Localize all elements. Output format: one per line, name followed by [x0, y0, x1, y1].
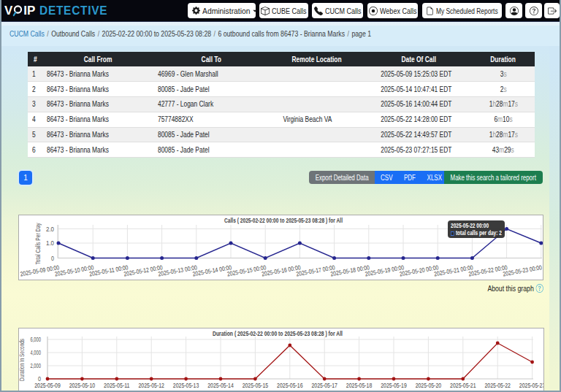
svg-text:6,000: 6,000	[31, 336, 42, 343]
svg-text:2025-05-17: 2025-05-17	[311, 382, 337, 389]
svg-text:2025-05-13: 2025-05-13	[173, 382, 199, 389]
svg-text:2025-05-10: 2025-05-10	[69, 382, 96, 389]
svg-text:2025-05-21: 2025-05-21	[450, 382, 476, 389]
svg-text:2025-05-18: 2025-05-18	[346, 382, 373, 389]
svg-text:2025-05-22: 2025-05-22	[484, 382, 511, 389]
svg-text:2025-05-23 00:00: 2025-05-23 00:00	[503, 264, 543, 277]
svg-text:2025-05-23: 2025-05-23	[519, 382, 543, 389]
svg-text:Total Calls Per Day: Total Calls Per Day	[34, 223, 42, 265]
svg-text:2025-05-16: 2025-05-16	[277, 382, 303, 389]
svg-text:2025-05-15: 2025-05-15	[243, 382, 269, 389]
svg-text:0: 0	[51, 255, 54, 262]
svg-text:2,000: 2,000	[31, 362, 42, 369]
svg-text:Duration In Seconds: Duration In Seconds	[19, 339, 26, 381]
svg-text:1.0: 1.0	[46, 239, 54, 247]
svg-text:Duration ( 2025-02-22 00:00 to: Duration ( 2025-02-22 00:00 to 2025-05-2…	[213, 330, 343, 337]
svg-text:2025-05-12: 2025-05-12	[138, 382, 164, 389]
svg-text:2025-05-11: 2025-05-11	[104, 382, 130, 389]
svg-text:2025-05-14: 2025-05-14	[207, 382, 234, 389]
svg-text:2025-05-20: 2025-05-20	[416, 382, 442, 389]
svg-text:2025-05-09: 2025-05-09	[34, 382, 61, 389]
svg-text:2.0: 2.0	[46, 226, 54, 233]
svg-text:Calls ( 2025-02-22 00:00 to 20: Calls ( 2025-02-22 00:00 to 2025-05-23 0…	[224, 217, 343, 224]
svg-text:2025-05-19: 2025-05-19	[381, 382, 407, 389]
svg-text:4,000: 4,000	[31, 349, 42, 356]
